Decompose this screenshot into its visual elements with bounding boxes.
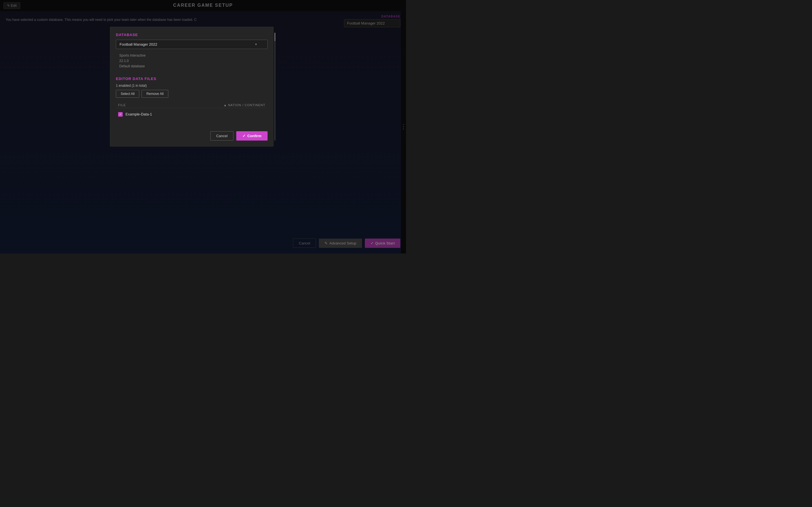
modal-confirm-button[interactable]: ✓ Confirm — [236, 131, 267, 140]
database-selected-value: Football Manager 2022 — [119, 42, 157, 47]
file-checkbox[interactable] — [118, 112, 123, 117]
confirm-label: Confirm — [247, 134, 261, 138]
modal-dialog: DATABASE Football Manager 2022 ▼ Sports … — [110, 27, 273, 147]
chevron-down-icon: ▼ — [255, 43, 257, 46]
file-name-label: Example-Data-1 — [125, 112, 152, 116]
modal-scrollbar[interactable] — [274, 33, 275, 140]
editor-files-title: EDITOR DATA FILES — [116, 76, 267, 81]
database-dropdown-container: Football Manager 2022 ▼ — [116, 40, 267, 49]
remove-all-button[interactable]: Remove All — [142, 90, 168, 98]
database-info: Sports Interactive 22.1.0 Default databa… — [116, 51, 267, 71]
database-publisher: Sports Interactive — [119, 53, 264, 58]
nation-col-header: ▲ NATION / CONTINENT — [223, 103, 265, 107]
modal-cancel-button[interactable]: Cancel — [210, 131, 234, 140]
modal-footer: Cancel ✓ Confirm — [116, 127, 267, 140]
file-table: FILE ▲ NATION / CONTINENT Example-Data-1 — [116, 102, 267, 118]
table-row[interactable]: Example-Data-1 — [116, 110, 267, 118]
editor-files-count: 1 enabled (1 in total) — [116, 83, 267, 88]
database-type: Default database — [119, 64, 264, 69]
editor-data-section: EDITOR DATA FILES 1 enabled (1 in total)… — [116, 76, 267, 118]
editor-action-buttons: Select All Remove All — [116, 90, 267, 98]
database-dropdown[interactable]: Football Manager 2022 ▼ — [116, 40, 267, 49]
database-version: 22.1.0 — [119, 58, 264, 64]
file-table-header: FILE ▲ NATION / CONTINENT — [116, 102, 267, 108]
select-all-button[interactable]: Select All — [116, 90, 139, 98]
file-col-header: FILE — [118, 103, 126, 107]
scroll-thumb — [274, 33, 275, 41]
modal-database-title: DATABASE — [116, 33, 267, 37]
confirm-checkmark-icon: ✓ — [243, 134, 246, 138]
